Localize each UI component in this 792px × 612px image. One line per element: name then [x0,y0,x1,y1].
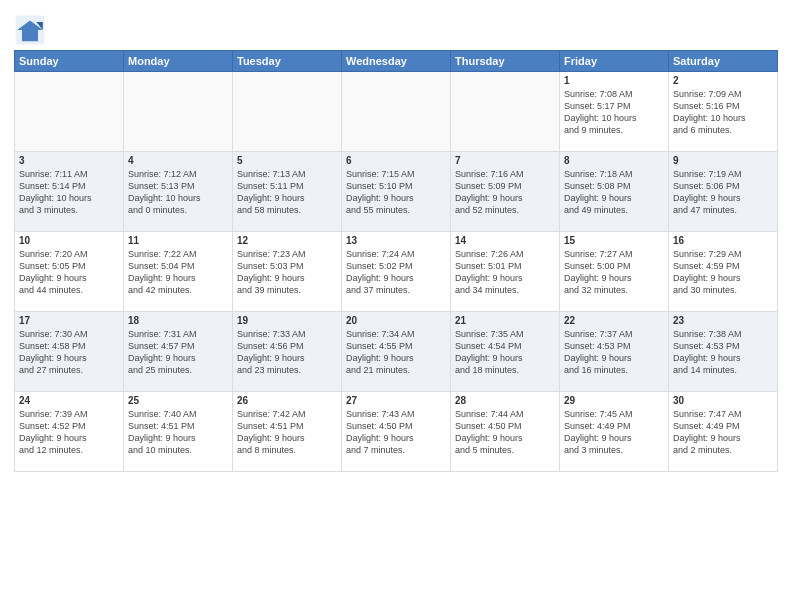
calendar-cell: 8Sunrise: 7:18 AM Sunset: 5:08 PM Daylig… [560,152,669,232]
day-number: 17 [19,315,119,326]
day-number: 3 [19,155,119,166]
calendar-cell: 18Sunrise: 7:31 AM Sunset: 4:57 PM Dayli… [124,312,233,392]
calendar-cell: 14Sunrise: 7:26 AM Sunset: 5:01 PM Dayli… [451,232,560,312]
calendar-header-row: SundayMondayTuesdayWednesdayThursdayFrid… [15,51,778,72]
day-info: Sunrise: 7:43 AM Sunset: 4:50 PM Dayligh… [346,408,446,457]
day-number: 2 [673,75,773,86]
day-info: Sunrise: 7:23 AM Sunset: 5:03 PM Dayligh… [237,248,337,297]
day-number: 9 [673,155,773,166]
calendar-cell [342,72,451,152]
calendar-cell: 15Sunrise: 7:27 AM Sunset: 5:00 PM Dayli… [560,232,669,312]
day-number: 21 [455,315,555,326]
day-info: Sunrise: 7:13 AM Sunset: 5:11 PM Dayligh… [237,168,337,217]
header [14,10,778,46]
day-info: Sunrise: 7:24 AM Sunset: 5:02 PM Dayligh… [346,248,446,297]
day-info: Sunrise: 7:39 AM Sunset: 4:52 PM Dayligh… [19,408,119,457]
logo [14,14,50,46]
day-number: 29 [564,395,664,406]
calendar-cell: 28Sunrise: 7:44 AM Sunset: 4:50 PM Dayli… [451,392,560,472]
day-info: Sunrise: 7:29 AM Sunset: 4:59 PM Dayligh… [673,248,773,297]
day-number: 23 [673,315,773,326]
day-info: Sunrise: 7:15 AM Sunset: 5:10 PM Dayligh… [346,168,446,217]
day-number: 15 [564,235,664,246]
col-header-thursday: Thursday [451,51,560,72]
day-info: Sunrise: 7:09 AM Sunset: 5:16 PM Dayligh… [673,88,773,137]
col-header-wednesday: Wednesday [342,51,451,72]
calendar-cell: 7Sunrise: 7:16 AM Sunset: 5:09 PM Daylig… [451,152,560,232]
day-info: Sunrise: 7:33 AM Sunset: 4:56 PM Dayligh… [237,328,337,377]
calendar-cell: 11Sunrise: 7:22 AM Sunset: 5:04 PM Dayli… [124,232,233,312]
day-info: Sunrise: 7:45 AM Sunset: 4:49 PM Dayligh… [564,408,664,457]
day-info: Sunrise: 7:22 AM Sunset: 5:04 PM Dayligh… [128,248,228,297]
day-number: 8 [564,155,664,166]
calendar-cell: 10Sunrise: 7:20 AM Sunset: 5:05 PM Dayli… [15,232,124,312]
calendar-cell: 13Sunrise: 7:24 AM Sunset: 5:02 PM Dayli… [342,232,451,312]
day-number: 13 [346,235,446,246]
day-info: Sunrise: 7:47 AM Sunset: 4:49 PM Dayligh… [673,408,773,457]
day-info: Sunrise: 7:44 AM Sunset: 4:50 PM Dayligh… [455,408,555,457]
day-number: 16 [673,235,773,246]
day-info: Sunrise: 7:40 AM Sunset: 4:51 PM Dayligh… [128,408,228,457]
day-number: 24 [19,395,119,406]
day-number: 12 [237,235,337,246]
calendar-cell [124,72,233,152]
calendar-cell: 25Sunrise: 7:40 AM Sunset: 4:51 PM Dayli… [124,392,233,472]
day-number: 30 [673,395,773,406]
calendar-cell: 1Sunrise: 7:08 AM Sunset: 5:17 PM Daylig… [560,72,669,152]
calendar-cell: 20Sunrise: 7:34 AM Sunset: 4:55 PM Dayli… [342,312,451,392]
calendar-cell: 22Sunrise: 7:37 AM Sunset: 4:53 PM Dayli… [560,312,669,392]
col-header-monday: Monday [124,51,233,72]
day-number: 20 [346,315,446,326]
day-info: Sunrise: 7:11 AM Sunset: 5:14 PM Dayligh… [19,168,119,217]
calendar-week-5: 24Sunrise: 7:39 AM Sunset: 4:52 PM Dayli… [15,392,778,472]
calendar-cell: 29Sunrise: 7:45 AM Sunset: 4:49 PM Dayli… [560,392,669,472]
day-number: 28 [455,395,555,406]
day-info: Sunrise: 7:37 AM Sunset: 4:53 PM Dayligh… [564,328,664,377]
day-info: Sunrise: 7:08 AM Sunset: 5:17 PM Dayligh… [564,88,664,137]
day-number: 22 [564,315,664,326]
calendar-cell: 26Sunrise: 7:42 AM Sunset: 4:51 PM Dayli… [233,392,342,472]
col-header-saturday: Saturday [669,51,778,72]
day-number: 14 [455,235,555,246]
day-number: 26 [237,395,337,406]
day-number: 6 [346,155,446,166]
calendar-cell: 30Sunrise: 7:47 AM Sunset: 4:49 PM Dayli… [669,392,778,472]
page-container: SundayMondayTuesdayWednesdayThursdayFrid… [0,0,792,478]
calendar-cell [233,72,342,152]
col-header-tuesday: Tuesday [233,51,342,72]
calendar-week-3: 10Sunrise: 7:20 AM Sunset: 5:05 PM Dayli… [15,232,778,312]
day-number: 27 [346,395,446,406]
day-number: 4 [128,155,228,166]
day-info: Sunrise: 7:18 AM Sunset: 5:08 PM Dayligh… [564,168,664,217]
day-info: Sunrise: 7:38 AM Sunset: 4:53 PM Dayligh… [673,328,773,377]
day-number: 19 [237,315,337,326]
day-info: Sunrise: 7:42 AM Sunset: 4:51 PM Dayligh… [237,408,337,457]
calendar-cell: 4Sunrise: 7:12 AM Sunset: 5:13 PM Daylig… [124,152,233,232]
day-number: 11 [128,235,228,246]
logo-icon [14,14,46,46]
day-info: Sunrise: 7:30 AM Sunset: 4:58 PM Dayligh… [19,328,119,377]
calendar-week-4: 17Sunrise: 7:30 AM Sunset: 4:58 PM Dayli… [15,312,778,392]
calendar-cell: 6Sunrise: 7:15 AM Sunset: 5:10 PM Daylig… [342,152,451,232]
day-info: Sunrise: 7:19 AM Sunset: 5:06 PM Dayligh… [673,168,773,217]
calendar-week-2: 3Sunrise: 7:11 AM Sunset: 5:14 PM Daylig… [15,152,778,232]
day-info: Sunrise: 7:35 AM Sunset: 4:54 PM Dayligh… [455,328,555,377]
calendar-cell: 24Sunrise: 7:39 AM Sunset: 4:52 PM Dayli… [15,392,124,472]
calendar-cell [451,72,560,152]
day-number: 1 [564,75,664,86]
day-info: Sunrise: 7:27 AM Sunset: 5:00 PM Dayligh… [564,248,664,297]
calendar-cell: 12Sunrise: 7:23 AM Sunset: 5:03 PM Dayli… [233,232,342,312]
calendar-cell: 19Sunrise: 7:33 AM Sunset: 4:56 PM Dayli… [233,312,342,392]
day-number: 10 [19,235,119,246]
calendar-cell: 5Sunrise: 7:13 AM Sunset: 5:11 PM Daylig… [233,152,342,232]
calendar-cell: 9Sunrise: 7:19 AM Sunset: 5:06 PM Daylig… [669,152,778,232]
col-header-friday: Friday [560,51,669,72]
calendar-cell: 16Sunrise: 7:29 AM Sunset: 4:59 PM Dayli… [669,232,778,312]
day-info: Sunrise: 7:20 AM Sunset: 5:05 PM Dayligh… [19,248,119,297]
day-number: 5 [237,155,337,166]
day-info: Sunrise: 7:16 AM Sunset: 5:09 PM Dayligh… [455,168,555,217]
calendar-cell: 21Sunrise: 7:35 AM Sunset: 4:54 PM Dayli… [451,312,560,392]
day-info: Sunrise: 7:12 AM Sunset: 5:13 PM Dayligh… [128,168,228,217]
day-number: 25 [128,395,228,406]
day-number: 7 [455,155,555,166]
